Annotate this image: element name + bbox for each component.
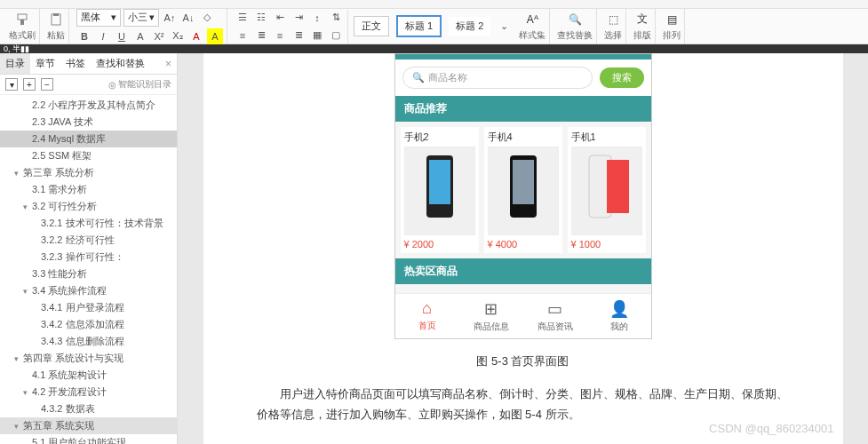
svg-rect-3: [53, 13, 59, 16]
increase-font-icon[interactable]: A↑: [162, 10, 178, 26]
arrange-icon: ▤: [664, 12, 680, 28]
toc-item[interactable]: 3.2.3 操作可行性：: [0, 249, 177, 266]
sort-icon[interactable]: ⇅: [328, 10, 344, 26]
arrange-button[interactable]: ▤排列: [659, 9, 685, 44]
text-tools-button[interactable]: 文排版: [630, 9, 656, 44]
nav-tab: ⌂首页: [395, 294, 459, 338]
align-right-icon[interactable]: ≡: [272, 28, 288, 44]
nav-tab: ⊞商品信息: [459, 294, 523, 338]
body-paragraph: 用户进入特价商品页面可以填写商品名称、倒计时、分类、图片、规格、品牌、生产日期、…: [257, 384, 790, 425]
toc-tree: 2.2 小程序开发及其特点简介2.3 JAVA 技术2.4 Mysql 数据库2…: [0, 95, 177, 444]
style-heading1[interactable]: 标题 1: [396, 15, 442, 37]
indent-inc-icon[interactable]: ⇥: [291, 10, 307, 26]
number-list-icon[interactable]: ☷: [253, 10, 269, 26]
phone-mockup: 🔍 商品名称 搜索 商品推荐 手机2¥ 2000手机4¥ 4000手机1¥ 10…: [394, 53, 652, 339]
tab-find[interactable]: 查找和替换: [91, 53, 150, 74]
find-replace-button[interactable]: 🔍查找替换: [553, 9, 597, 44]
svg-rect-1: [20, 20, 24, 25]
svg-rect-5: [429, 160, 450, 204]
sidebar-tabs: 目录 章节 书签 查找和替换 ×: [0, 53, 177, 75]
toc-item[interactable]: 4.3.2 数据表: [0, 400, 177, 417]
toc-item[interactable]: 3.3 性能分析: [0, 266, 177, 282]
indent-dec-icon[interactable]: ⇤: [272, 10, 288, 26]
toc-item[interactable]: 2.3 JAVA 技术: [0, 114, 177, 131]
italic-button[interactable]: I: [95, 28, 111, 44]
ruler: 0, 半 ▮▮: [0, 44, 868, 53]
align-left-icon[interactable]: ≡: [235, 28, 251, 44]
search-input: 🔍 商品名称: [402, 67, 593, 89]
toc-item[interactable]: 3.2.1 技术可行性：技术背景: [0, 215, 177, 232]
collapse-button[interactable]: −: [41, 78, 53, 91]
product-card: 手机1¥ 1000: [568, 127, 646, 253]
style-body[interactable]: 正文: [354, 16, 389, 36]
style-expand-icon[interactable]: ⌄: [496, 19, 512, 35]
svg-rect-0: [18, 14, 27, 20]
tab-bookmarks[interactable]: 书签: [60, 53, 91, 74]
fill-color-icon[interactable]: ▦: [309, 28, 325, 44]
product-card: 手机2¥ 2000: [401, 127, 479, 253]
toc-item[interactable]: ▾第四章 系统设计与实现: [0, 350, 177, 367]
align-justify-icon[interactable]: ≣: [291, 28, 307, 44]
border-icon[interactable]: ▢: [328, 28, 344, 44]
nav-tab: ▭商品资讯: [523, 294, 587, 338]
toc-item[interactable]: ▾3.2 可行性分析: [0, 198, 177, 215]
select-button[interactable]: ⬚选择: [601, 9, 626, 44]
strike-button[interactable]: A: [132, 28, 148, 44]
product-card: 手机4¥ 4000: [484, 127, 562, 253]
collapse-all-icon[interactable]: ▾: [5, 78, 18, 91]
font-color-button[interactable]: A: [188, 28, 204, 44]
style-heading2[interactable]: 标题 2: [449, 17, 490, 36]
sidebar-tools: ▾ + − ◎ 智能识别目录: [0, 75, 177, 95]
text-icon: 文: [634, 12, 650, 28]
highlight-button[interactable]: A: [207, 28, 223, 44]
toc-item[interactable]: 4.1 系统架构设计: [0, 367, 177, 384]
cursor-icon: ⬚: [605, 12, 621, 28]
nav-tab: 👤我的: [587, 294, 651, 338]
search-icon: 🔍: [567, 12, 583, 28]
svg-rect-9: [607, 160, 629, 213]
decrease-font-icon[interactable]: A↓: [180, 10, 196, 26]
brush-icon: [14, 12, 30, 28]
toc-item[interactable]: 3.1 需求分析: [0, 181, 177, 198]
toc-item[interactable]: 3.2.2 经济可行性: [0, 232, 177, 249]
ribbon: 格式刷 粘贴 黑体▾ 小三▾ A↑ A↓ ◇ B I U A X² X₂ A A…: [0, 9, 868, 44]
watermark: CSDN @qq_860234001: [709, 422, 833, 435]
underline-button[interactable]: U: [114, 28, 130, 44]
styles-button[interactable]: Aᴬ样式集: [515, 9, 550, 44]
line-spacing-icon[interactable]: ↕: [309, 10, 325, 26]
toc-item[interactable]: 3.4.1 用户登录流程: [0, 299, 177, 316]
tab-chapters[interactable]: 章节: [30, 53, 60, 74]
superscript-button[interactable]: X²: [151, 28, 167, 44]
toc-item[interactable]: 2.2 小程序开发及其特点简介: [0, 97, 177, 114]
page: 🔍 商品名称 搜索 商品推荐 手机2¥ 2000手机4¥ 4000手机1¥ 10…: [203, 53, 843, 444]
toc-item[interactable]: ▾第三章 系统分析: [0, 164, 177, 181]
toc-item[interactable]: 2.5 SSM 框架: [0, 147, 177, 164]
svg-rect-7: [513, 160, 534, 204]
sidebar: 目录 章节 书签 查找和替换 × ▾ + − ◎ 智能识别目录 2.2 小程序开…: [0, 53, 178, 444]
toc-item[interactable]: 3.4.2 信息添加流程: [0, 316, 177, 333]
clear-format-icon[interactable]: ◇: [199, 10, 215, 26]
bullet-list-icon[interactable]: ☰: [235, 10, 251, 26]
subscript-button[interactable]: X₂: [170, 28, 186, 44]
font-size-select[interactable]: 小三▾: [123, 9, 159, 27]
search-button: 搜索: [600, 67, 644, 88]
styles-icon: Aᴬ: [524, 12, 540, 28]
toc-item[interactable]: ▾第五章 系统实现: [0, 417, 177, 434]
toc-item[interactable]: ▾3.4 系统操作流程: [0, 282, 177, 299]
font-family-select[interactable]: 黑体▾: [76, 9, 121, 27]
toc-item[interactable]: 5.1 用户前台功能实现: [0, 434, 177, 444]
format-painter-button[interactable]: 格式刷: [5, 9, 40, 44]
tab-toc[interactable]: 目录: [0, 53, 30, 74]
toc-item[interactable]: ▾4.2 开发流程设计: [0, 384, 177, 400]
smart-toc-link[interactable]: ◎ 智能识别目录: [108, 78, 171, 91]
close-icon[interactable]: ×: [165, 58, 171, 70]
toc-item[interactable]: 3.4.3 信息删除流程: [0, 333, 177, 350]
figure-caption: 图 5-3 首页界面图: [257, 353, 790, 369]
bold-button[interactable]: B: [76, 28, 92, 44]
align-center-icon[interactable]: ≣: [253, 28, 269, 44]
paste-button[interactable]: 粘贴: [44, 9, 69, 44]
recommend-header: 商品推荐: [395, 96, 651, 122]
toc-item[interactable]: 2.4 Mysql 数据库: [0, 131, 177, 147]
expand-button[interactable]: +: [23, 78, 36, 91]
document-area[interactable]: 🔍 商品名称 搜索 商品推荐 手机2¥ 2000手机4¥ 4000手机1¥ 10…: [178, 53, 868, 444]
